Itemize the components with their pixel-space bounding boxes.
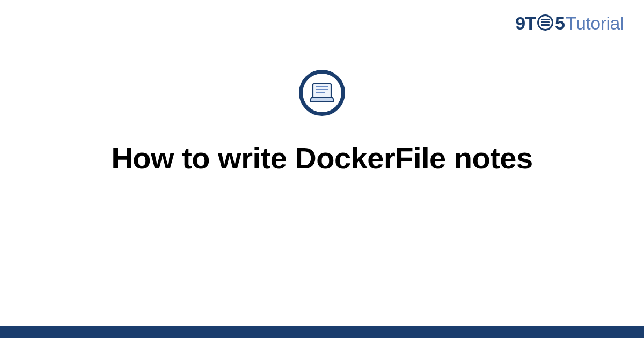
- page-title: How to write DockerFile notes: [111, 141, 532, 175]
- laptop-icon-circle: [299, 70, 345, 116]
- site-logo: 9T 5 Tutorial: [515, 13, 624, 34]
- laptop-icon: [309, 82, 335, 104]
- main-content: How to write DockerFile notes: [0, 70, 644, 175]
- logo-lines-icon: [541, 21, 550, 23]
- svg-rect-0: [313, 84, 331, 98]
- logo-text-5: 5: [555, 13, 565, 34]
- logo-text-9t: 9T: [515, 13, 536, 34]
- footer-bar: [0, 326, 644, 338]
- logo-text-tutorial: Tutorial: [566, 13, 624, 34]
- logo-circle-icon: [537, 14, 553, 31]
